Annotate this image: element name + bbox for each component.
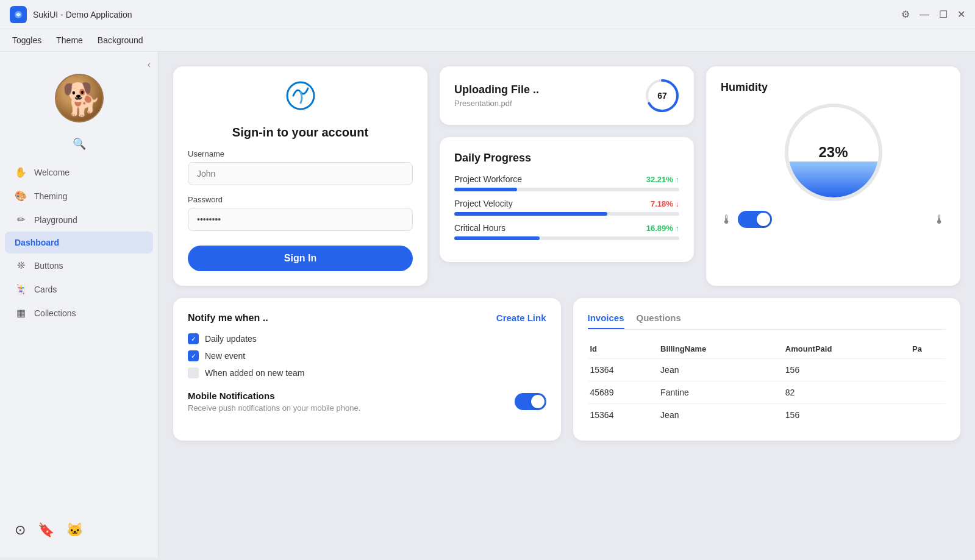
humidity-title: Humidity — [721, 81, 946, 94]
cell-name: Fantine — [658, 381, 783, 404]
signin-card: Sign-in to your account Username Passwor… — [173, 66, 427, 286]
col-id: Id — [588, 339, 659, 359]
sidebar-item-cards[interactable]: 🃏 Cards — [0, 277, 158, 301]
progress-label: Project Velocity — [454, 199, 513, 208]
sidebar-item-welcome[interactable]: ✋ Welcome — [0, 160, 158, 184]
humidity-gauge: 23% — [785, 104, 882, 201]
progress-label: Project Workforce — [454, 174, 522, 184]
playground-icon: ✏ — [15, 214, 27, 225]
checkbox-team: When added on new team — [188, 367, 546, 378]
daily-progress-card: Daily Progress Project Workforce 32.21% … — [440, 137, 694, 262]
checkbox-event-label: New event — [205, 351, 245, 361]
buttons-icon: ❊ — [15, 260, 27, 271]
welcome-icon: ✋ — [15, 166, 27, 178]
tab-questions[interactable]: Questions — [637, 313, 681, 329]
cell-amount: 156 — [783, 404, 910, 427]
middle-column: Uploading File .. Presentation.pdf 67 Da… — [440, 66, 694, 286]
progress-pct: 16.89% ↑ — [646, 224, 679, 233]
sidebar-item-theming[interactable]: 🎨 Theming — [0, 184, 158, 208]
cell-name: Jean — [658, 359, 783, 381]
password-group: Password — [188, 195, 413, 231]
sidebar-search: 🔍 — [0, 132, 158, 160]
upload-filename: Presentation.pdf — [454, 99, 539, 108]
upload-percentage: 67 — [657, 91, 667, 101]
checkbox-team-input[interactable] — [188, 367, 199, 378]
cell-id: 45689 — [588, 381, 659, 404]
upload-progress: 67 — [645, 79, 679, 113]
main-layout: ‹ 🔍 ✋ Welcome 🎨 Theming ✏ Playground Das… — [0, 52, 975, 558]
humidity-toggle[interactable] — [738, 211, 772, 228]
humidity-card: Humidity 23% 🌡 🌡 — [706, 66, 960, 286]
signin-title: Sign-in to your account — [232, 126, 368, 140]
title-bar-left: SukiUI - Demo Application — [10, 6, 132, 23]
top-cards-grid: Sign-in to your account Username Passwor… — [173, 66, 960, 286]
humidity-value: 23% — [818, 144, 848, 161]
cards-icon: 🃏 — [15, 283, 27, 295]
mobile-text: Mobile Notifications Receive push notifi… — [188, 391, 360, 413]
username-group: Username — [188, 149, 413, 185]
checkbox-daily: ✓ Daily updates — [188, 333, 546, 344]
menu-theme[interactable]: Theme — [56, 35, 83, 45]
progress-row-workforce: Project Workforce 32.21% ↑ — [454, 174, 679, 191]
username-label: Username — [188, 149, 413, 158]
sidebar-item-playground[interactable]: ✏ Playground — [0, 208, 158, 232]
humidity-toggle-thumb — [757, 213, 770, 226]
avatar-container — [0, 62, 158, 132]
sidebar-item-label: Cards — [34, 285, 57, 294]
password-input[interactable] — [188, 208, 413, 231]
invoice-table: Id BillingName AmountPaid Pa 15364 Jean … — [588, 339, 946, 426]
github-icon[interactable]: ⊙ — [15, 522, 26, 538]
bottom-cards-grid: Notify me when .. Create Link ✓ Daily up… — [173, 298, 960, 441]
password-label: Password — [188, 195, 413, 204]
window-controls: ⚙ — ☐ ✕ — [901, 9, 965, 20]
avatar — [55, 74, 104, 122]
gauge-water — [788, 161, 879, 197]
sidebar-item-label: Dashboard — [15, 238, 59, 247]
notify-title: Notify me when .. — [188, 313, 268, 324]
daily-progress-title: Daily Progress — [454, 152, 679, 165]
menu-toggles[interactable]: Toggles — [12, 35, 41, 45]
progress-pct: 7.18% ↓ — [651, 199, 679, 208]
table-row: 15364 Jean 156 — [588, 404, 946, 427]
mobile-toggle[interactable] — [515, 393, 546, 410]
checkbox-daily-input[interactable]: ✓ — [188, 333, 199, 344]
bookmark-icon[interactable]: 🔖 — [38, 522, 54, 538]
invoice-tabs: Invoices Questions — [588, 313, 946, 330]
cell-pa — [910, 359, 946, 381]
sidebar-item-collections[interactable]: ▦ Collections — [0, 301, 158, 325]
signin-logo-icon — [286, 81, 315, 116]
cell-pa — [910, 381, 946, 404]
username-input[interactable] — [188, 162, 413, 185]
title-bar: SukiUI - Demo Application ⚙ — ☐ ✕ — [0, 0, 975, 29]
thermometer-low-icon: 🌡 — [721, 213, 733, 227]
thermometer-high-icon: 🌡 — [934, 213, 946, 227]
minimize-button[interactable]: — — [920, 9, 929, 20]
mobile-header: Mobile Notifications Receive push notifi… — [188, 391, 546, 413]
notify-card: Notify me when .. Create Link ✓ Daily up… — [173, 298, 561, 441]
sidebar-item-dashboard[interactable]: Dashboard — [5, 232, 153, 253]
sidebar-item-buttons[interactable]: ❊ Buttons — [0, 253, 158, 277]
search-icon[interactable]: 🔍 — [73, 137, 86, 151]
settings-icon[interactable]: ⚙ — [901, 9, 910, 20]
cell-amount: 156 — [783, 359, 910, 381]
sidebar-item-label: Theming — [34, 191, 67, 201]
cat-icon[interactable]: 🐱 — [66, 522, 83, 538]
signin-button[interactable]: Sign In — [188, 246, 413, 271]
mobile-notifications-section: Mobile Notifications Receive push notifi… — [188, 391, 546, 413]
humidity-controls: 🌡 🌡 — [721, 211, 946, 228]
progress-row-velocity: Project Velocity 7.18% ↓ — [454, 199, 679, 216]
upload-info: Uploading File .. Presentation.pdf — [454, 83, 539, 108]
checkbox-event-input[interactable]: ✓ — [188, 350, 199, 361]
progress-label: Critical Hours — [454, 223, 505, 233]
sidebar-item-label: Collections — [34, 308, 76, 318]
tab-invoices[interactable]: Invoices — [588, 313, 624, 329]
menu-background[interactable]: Background — [98, 35, 143, 45]
close-button[interactable]: ✕ — [957, 9, 965, 20]
maximize-button[interactable]: ☐ — [939, 9, 948, 20]
create-link-button[interactable]: Create Link — [496, 313, 546, 323]
progress-row-hours: Critical Hours 16.89% ↑ — [454, 223, 679, 240]
sidebar-collapse-button[interactable]: ‹ — [148, 59, 151, 70]
sidebar-bottom: ⊙ 🔖 🐱 — [0, 512, 158, 548]
table-row: 15364 Jean 156 — [588, 359, 946, 381]
notify-header: Notify me when .. Create Link — [188, 313, 546, 324]
